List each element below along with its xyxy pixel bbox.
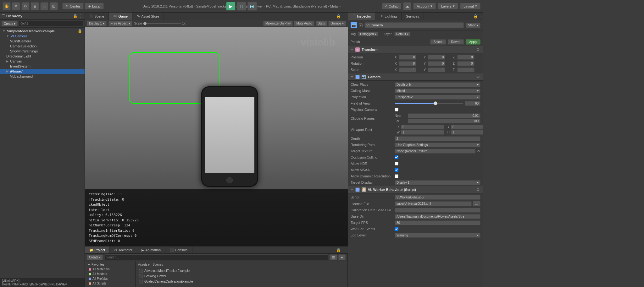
vp-y-input[interactable] [451, 125, 483, 129]
hierarchy-item-iphone7[interactable]: ▶ iPhone7 [0, 69, 85, 74]
license-browse-btn[interactable]: … [473, 201, 480, 206]
tab-asset-store[interactable]: 🛍 Asset Store [132, 13, 164, 20]
clip-near-input[interactable] [408, 113, 480, 118]
rot-z-input[interactable] [457, 61, 475, 66]
tab-more-icon[interactable]: ⋮ [342, 14, 346, 19]
project-list-btn[interactable]: ☰ [330, 254, 337, 260]
camera-comp-header[interactable]: ▼ 📷 Camera ⚙ [348, 73, 483, 81]
obj-name-input[interactable] [364, 22, 464, 28]
account-btn[interactable]: Account ▾ [413, 3, 436, 9]
local-btn[interactable]: ◈ Local [85, 3, 104, 9]
transform-comp-header[interactable]: ▼ ⊞ Transform ⚙ [348, 46, 483, 53]
display-dropdown[interactable]: Display 1 ▾ [87, 21, 107, 26]
project-search-input[interactable] [105, 254, 328, 260]
hierarchy-item-vlbackground[interactable]: VLBackground [0, 74, 85, 79]
scale-tool-btn[interactable]: ⊞ [31, 2, 39, 10]
script-comp-header[interactable]: ▼ 📜 VL Worker Behaviour (Script) ⚙ [348, 186, 483, 193]
pos-z-input[interactable] [457, 55, 475, 60]
collab-btn[interactable]: ✓ Collab [382, 3, 401, 9]
insp-tab-inspector[interactable]: ☰ Inspector [348, 13, 376, 20]
aspect-dropdown[interactable]: Free Aspect ▾ [108, 21, 132, 26]
hierarchy-item-cameraselection[interactable]: CameraSelection [0, 44, 85, 49]
insp-tab-lighting[interactable]: ☀ Lighting [376, 13, 402, 20]
scale-x-input[interactable] [399, 68, 416, 72]
rot-x-input[interactable] [399, 61, 416, 66]
rotate-tool-btn[interactable]: ↺ [21, 2, 30, 10]
script-field[interactable]: VLWorkerBehaviour [395, 195, 480, 200]
target-texture-eye-icon[interactable]: 👁 [477, 149, 480, 153]
select-btn[interactable]: Select [430, 39, 446, 45]
occlusion-checkbox[interactable] [395, 155, 398, 159]
insp-more-icon[interactable]: ⋮ [479, 14, 483, 19]
bottom-tab-more-icon[interactable]: ⋮ [342, 248, 346, 252]
projection-dropdown[interactable]: Perspective ▾ [395, 95, 480, 100]
fav-prefabs[interactable]: All Prefabs [86, 276, 134, 281]
calib-input[interactable] [395, 208, 480, 213]
scale-z-input[interactable] [457, 68, 475, 72]
allow-msaa-checkbox[interactable] [395, 168, 398, 172]
vp-x-input[interactable] [401, 125, 444, 129]
hierarchy-search-input[interactable] [19, 21, 83, 26]
depth-input[interactable] [395, 136, 480, 141]
transform-tool-btn[interactable]: ⊡ [50, 2, 58, 10]
fov-slider[interactable] [395, 103, 463, 104]
vp-h-input[interactable] [451, 130, 483, 135]
hierarchy-item-vlinitcamera[interactable]: VLInitCamera [0, 39, 85, 44]
clip-far-input[interactable] [408, 119, 480, 123]
pause-btn[interactable]: ⏸ [237, 2, 246, 11]
asset-item-1[interactable]: ⬛ Growing Flower [137, 273, 346, 279]
layers-btn[interactable]: Layers ▾ [438, 3, 458, 9]
scale-slider[interactable] [143, 23, 181, 24]
target-texture-dropdown[interactable]: None (Render Texture) [395, 149, 475, 154]
vp-w-input[interactable] [401, 130, 444, 135]
tab-scene[interactable]: ⬛ Scene [85, 13, 109, 20]
tag-dropdown[interactable]: Untagged ▾ [358, 32, 378, 36]
center-btn[interactable]: ⊕ Center [62, 3, 84, 9]
rendering-path-dropdown[interactable]: Use Graphics Settings ▾ [395, 143, 480, 147]
pos-y-input[interactable] [428, 55, 445, 60]
base-dir-input[interactable] [395, 214, 480, 219]
allow-hdr-checkbox[interactable] [395, 162, 398, 165]
hierarchy-more-icon[interactable]: ⋮ [79, 14, 83, 18]
tab-console[interactable]: ⬛ Console [165, 246, 192, 253]
tab-project[interactable]: 📁 Project [85, 246, 110, 253]
bottom-tab-lock-icon[interactable]: 🔒 [336, 248, 341, 252]
hierarchy-item-canvas[interactable]: ▶ Canvas [0, 59, 85, 64]
stats-btn[interactable]: Stats [316, 21, 327, 26]
hierarchy-item-eventsystem[interactable]: EventSystem [0, 64, 85, 69]
fav-scripts[interactable]: All Scripts [86, 281, 134, 286]
fov-input[interactable] [465, 101, 480, 106]
hierarchy-item-vlcamera[interactable]: ▼ VLCamera [0, 34, 85, 39]
play-btn[interactable]: ▶ [226, 2, 236, 11]
physical-camera-checkbox[interactable] [395, 108, 398, 111]
static-btn[interactable]: Static ▾ [466, 23, 480, 28]
culling-mask-dropdown[interactable]: Mixed ... ▾ [395, 89, 480, 93]
transform-settings-icon[interactable]: ⚙ [476, 47, 480, 52]
tab-animation[interactable]: ▶ Animation [137, 246, 165, 253]
tab-lock-icon[interactable]: 🔒 [336, 14, 341, 19]
hierarchy-item-directionallight[interactable]: Directional Light [0, 54, 85, 59]
obj-active-checkbox[interactable] [359, 23, 363, 27]
cloud-btn[interactable]: ☁ [403, 2, 411, 10]
move-tool-btn[interactable]: ✥ [12, 2, 20, 10]
tab-animator[interactable]: ⏱ Animator [110, 246, 137, 253]
hierarchy-item-showinitwarnings[interactable]: ShowInitWarnings [0, 49, 85, 54]
step-btn[interactable]: ⏭ [247, 2, 257, 11]
revert-btn[interactable]: Revert [448, 39, 464, 45]
hierarchy-lock-icon[interactable]: 🔒 [73, 14, 78, 18]
wait-events-checkbox[interactable] [395, 227, 398, 231]
layout-btn[interactable]: Layout ▾ [460, 3, 480, 9]
mute-audio-btn[interactable]: Mute Audio [294, 21, 314, 26]
hand-tool-btn[interactable]: ✋ [3, 2, 11, 10]
camera-settings-icon[interactable]: ⚙ [476, 75, 480, 79]
clear-flags-dropdown[interactable]: Depth only ▾ [395, 82, 480, 87]
hierarchy-item-root[interactable]: ▼ SimpleModelTrackerExample 🔒 [0, 28, 85, 34]
insp-tab-services[interactable]: Services [402, 13, 424, 20]
maximize-on-play-btn[interactable]: Maximize On Play [263, 21, 293, 26]
scale-y-input[interactable] [428, 68, 445, 72]
hierarchy-create-btn[interactable]: Create ▾ [2, 21, 18, 26]
target-display-dropdown[interactable]: Display 1 ▾ [395, 180, 480, 185]
asset-item-0[interactable]: ⬛ AdvancedModelTrackerExample [137, 268, 346, 273]
layer-dropdown[interactable]: Default ▾ [394, 32, 411, 36]
project-star-btn[interactable]: ★ [338, 254, 346, 260]
